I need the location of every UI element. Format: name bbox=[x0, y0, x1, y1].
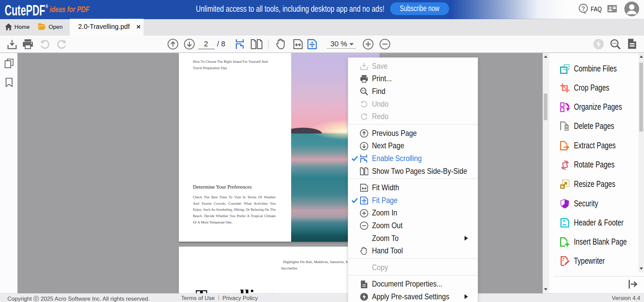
svg-text:?: ? bbox=[582, 5, 585, 12]
